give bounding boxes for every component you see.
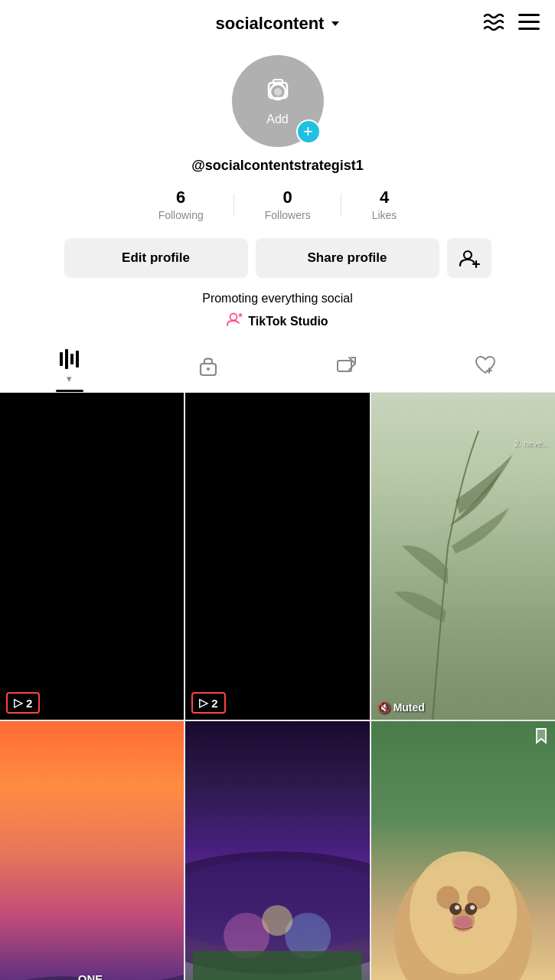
svg-point-33 bbox=[470, 905, 475, 910]
bookmark-icon-6 bbox=[534, 727, 549, 748]
bio-text: Promoting everything social bbox=[23, 292, 532, 305]
username-text: socialcontent bbox=[216, 14, 325, 34]
likes-label: Likes bbox=[372, 209, 397, 221]
video-cell-2[interactable]: ▷ 2 bbox=[185, 393, 369, 720]
playlist-badge-2: ▷ 2 bbox=[191, 692, 225, 714]
video-cell-3[interactable]: 2. neve... 🔇 Muted bbox=[371, 393, 555, 720]
header: socialcontent bbox=[0, 0, 555, 47]
video-cell-4[interactable]: ONE. It's not how big the house is.It's … bbox=[0, 721, 184, 980]
video-cell-1[interactable]: ▷ 2 bbox=[0, 393, 184, 720]
playlist-count-2: 2 bbox=[211, 697, 217, 710]
followers-count: 0 bbox=[283, 188, 292, 207]
svg-rect-0 bbox=[518, 14, 540, 16]
muted-badge: 🔇 Muted bbox=[377, 701, 425, 714]
svg-rect-11 bbox=[60, 352, 63, 366]
nature-text: 2. neve... bbox=[514, 439, 549, 448]
svg-rect-2 bbox=[518, 28, 540, 30]
following-stat[interactable]: 6 Following bbox=[128, 188, 234, 221]
svg-rect-1 bbox=[518, 21, 540, 23]
heart-icon bbox=[474, 354, 497, 380]
svg-point-32 bbox=[455, 905, 459, 910]
camera-icon bbox=[261, 77, 295, 111]
svg-rect-13 bbox=[70, 354, 73, 364]
edit-profile-button[interactable]: Edit profile bbox=[64, 238, 248, 278]
svg-point-10 bbox=[230, 314, 237, 321]
svg-point-16 bbox=[207, 368, 210, 371]
tab-private[interactable] bbox=[139, 354, 277, 388]
tabs-row: ▾ bbox=[0, 341, 555, 393]
video-bio-text-4: ONE. It's not how big the house is.It's … bbox=[8, 971, 176, 980]
tiktok-studio-icon bbox=[227, 312, 243, 331]
tab-reposts[interactable] bbox=[278, 354, 416, 387]
plus-icon: + bbox=[303, 122, 313, 142]
video-cell-6[interactable]: ▷ 1 bbox=[371, 721, 555, 980]
avatar-section: Add + bbox=[0, 55, 555, 147]
likes-count: 4 bbox=[380, 188, 389, 207]
play-icon: ▷ bbox=[14, 696, 23, 710]
tab-videos[interactable]: ▾ bbox=[0, 349, 139, 392]
videos-tab-dropdown: ▾ bbox=[67, 373, 72, 384]
svg-rect-14 bbox=[76, 351, 79, 368]
repost-icon bbox=[335, 354, 358, 380]
header-icons bbox=[482, 11, 540, 36]
svg-point-7 bbox=[464, 251, 472, 259]
video-grid: ▷ 2 ▷ 2 2. neve... 🔇 Muted bbox=[0, 393, 555, 980]
followers-label: Followers bbox=[265, 209, 311, 221]
svg-point-34 bbox=[454, 916, 472, 928]
playlist-badge-1: ▷ 2 bbox=[6, 692, 40, 714]
menu-icon[interactable] bbox=[518, 14, 540, 34]
tab-likes[interactable] bbox=[416, 354, 555, 387]
tiktok-studio-label: TikTok Studio bbox=[248, 315, 328, 328]
creator-tools-icon[interactable] bbox=[482, 11, 506, 36]
share-profile-button[interactable]: Share profile bbox=[256, 238, 439, 278]
play-icon-2: ▷ bbox=[199, 696, 208, 710]
profile-handle: @socialcontentstrategist1 bbox=[0, 158, 555, 174]
action-buttons: Edit profile Share profile bbox=[0, 238, 555, 278]
video-cell-5[interactable]: ▷ 0 bbox=[185, 721, 369, 980]
svg-rect-12 bbox=[65, 349, 68, 369]
likes-stat[interactable]: 4 Likes bbox=[341, 188, 428, 221]
videos-tab-icon bbox=[58, 349, 81, 373]
avatar-plus-button[interactable]: + bbox=[296, 119, 321, 144]
muted-label: Muted bbox=[393, 701, 425, 714]
svg-point-4 bbox=[274, 88, 282, 96]
svg-rect-24 bbox=[193, 951, 361, 980]
chevron-down-icon bbox=[331, 21, 339, 26]
following-count: 6 bbox=[176, 188, 185, 207]
avatar[interactable]: Add + bbox=[232, 55, 324, 147]
followers-stat[interactable]: 0 Followers bbox=[234, 188, 341, 221]
following-label: Following bbox=[158, 209, 204, 221]
tiktok-studio-row[interactable]: TikTok Studio bbox=[23, 312, 532, 331]
muted-icon: 🔇 bbox=[377, 701, 390, 714]
svg-point-23 bbox=[262, 905, 292, 936]
stats-row: 6 Following 0 Followers 4 Likes bbox=[0, 188, 555, 221]
bio-section: Promoting everything social TikTok Studi… bbox=[0, 292, 555, 331]
add-friend-button[interactable] bbox=[447, 238, 491, 278]
header-username[interactable]: socialcontent bbox=[216, 14, 340, 34]
playlist-count-1: 2 bbox=[26, 697, 32, 710]
lock-icon bbox=[198, 354, 218, 381]
video-bio-title: ONE. bbox=[8, 971, 176, 980]
avatar-add-label: Add bbox=[266, 113, 288, 126]
